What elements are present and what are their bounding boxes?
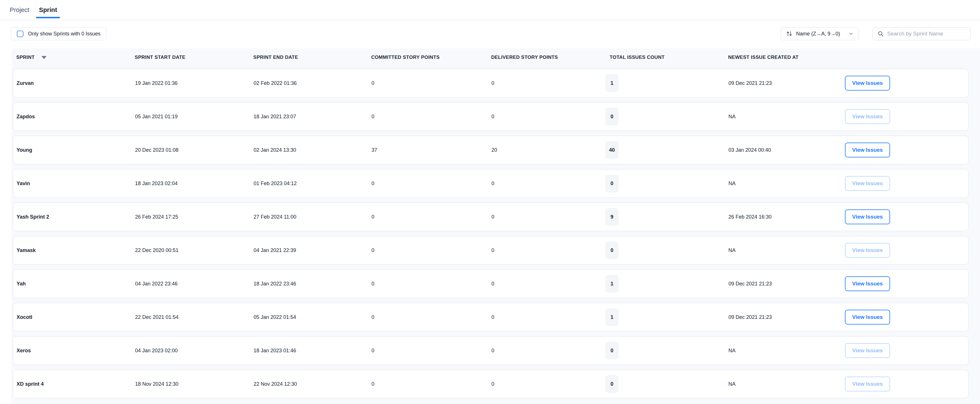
table-row: Zurvan 19 Jan 2022 01:36 02 Feb 2022 01:… bbox=[13, 69, 969, 97]
total-issues-badge: 9 bbox=[605, 208, 619, 226]
view-issues-button[interactable]: View Issues bbox=[845, 243, 890, 258]
committed-story-points: 0 bbox=[372, 314, 492, 320]
column-header-sprint-label: SPRINT bbox=[16, 54, 35, 60]
delivered-story-points: 0 bbox=[492, 314, 610, 320]
table-row: Xeros 04 Jan 2023 02:00 18 Jan 2023 01:4… bbox=[13, 336, 969, 365]
sprint-name: Zurvan bbox=[17, 80, 135, 86]
committed-story-points: 0 bbox=[372, 180, 492, 187]
delivered-story-points: 20 bbox=[492, 147, 610, 153]
sprint-name: Yah bbox=[17, 281, 135, 287]
view-issues-button[interactable]: View Issues bbox=[845, 176, 890, 191]
delivered-story-points: 0 bbox=[492, 348, 610, 354]
total-issues-cell: 1 bbox=[610, 308, 729, 326]
view-issues-button[interactable]: View Issues bbox=[845, 142, 890, 157]
newest-issue-created-at: NA bbox=[729, 114, 845, 120]
view-issues-button[interactable]: View Issues bbox=[845, 343, 890, 358]
delivered-story-points: 0 bbox=[492, 80, 610, 86]
sprint-name: XD sprint 4 bbox=[17, 381, 135, 387]
column-header-committed-points: COMMITTED STORY POINTS bbox=[371, 54, 491, 60]
tab-project[interactable]: Project bbox=[7, 6, 32, 20]
sprint-end-date: 01 Feb 2023 04:12 bbox=[254, 180, 372, 187]
table-body: Zurvan 19 Jan 2022 01:36 02 Feb 2022 01:… bbox=[11, 67, 980, 398]
newest-issue-created-at: NA bbox=[729, 381, 845, 387]
tab-sprint[interactable]: Sprint bbox=[36, 6, 60, 20]
search-input[interactable] bbox=[887, 30, 966, 37]
actions-cell: View Issues bbox=[845, 142, 968, 157]
view-issues-button[interactable]: View Issues bbox=[845, 76, 890, 91]
tab-bar: Project Sprint bbox=[0, 0, 980, 20]
total-issues-badge: 1 bbox=[605, 275, 619, 292]
committed-story-points: 0 bbox=[372, 80, 492, 86]
sprint-start-date: 18 Nov 2024 12:30 bbox=[135, 381, 254, 387]
sprint-end-date: 22 Nov 2024 12:30 bbox=[254, 381, 372, 387]
total-issues-badge: 0 bbox=[605, 342, 619, 359]
active-tab-underline bbox=[36, 17, 60, 18]
sprint-start-date: 04 Jan 2023 02:00 bbox=[135, 348, 254, 354]
total-issues-cell: 0 bbox=[610, 375, 729, 393]
newest-issue-created-at: 09 Dec 2021 21:23 bbox=[729, 80, 845, 86]
zero-issues-filter-label: Only show Sprints with 0 Issues bbox=[28, 31, 100, 37]
sprint-search bbox=[873, 27, 971, 40]
table-row: Young 20 Dec 2023 01:08 02 Jan 2024 13:3… bbox=[13, 136, 969, 164]
actions-cell: View Issues bbox=[845, 343, 968, 358]
sort-arrows-icon bbox=[786, 30, 792, 37]
sprint-name: Yash Sprint 2 bbox=[17, 214, 135, 220]
view-issues-button[interactable]: View Issues bbox=[845, 276, 890, 291]
sprint-name: Xeros bbox=[17, 348, 135, 354]
table-header: SPRINT SPRINT START DATE SPRINT END DATE… bbox=[11, 48, 980, 67]
newest-issue-created-at: NA bbox=[729, 248, 845, 254]
view-issues-button[interactable]: View Issues bbox=[845, 109, 890, 124]
sprint-end-date: 02 Feb 2022 01:36 bbox=[254, 80, 372, 86]
table-row: Xocotl 22 Dec 2021 01:54 05 Jan 2022 01:… bbox=[13, 303, 969, 331]
delivered-story-points: 0 bbox=[492, 281, 610, 287]
sprint-start-date: 18 Jan 2023 02:04 bbox=[135, 180, 254, 187]
total-issues-cell: 0 bbox=[610, 174, 729, 192]
view-issues-button[interactable]: View Issues bbox=[845, 377, 890, 391]
sprint-table-panel: SPRINT SPRINT START DATE SPRINT END DATE… bbox=[11, 48, 980, 404]
column-header-delivered-points: DELIVERED STORY POINTS bbox=[491, 54, 609, 60]
total-issues-badge: 0 bbox=[605, 241, 619, 259]
zero-issues-checkbox[interactable] bbox=[17, 30, 24, 37]
actions-cell: View Issues bbox=[845, 276, 968, 291]
view-issues-button[interactable]: View Issues bbox=[845, 310, 890, 324]
actions-cell: View Issues bbox=[845, 209, 968, 224]
zero-issues-filter[interactable]: Only show Sprints with 0 Issues bbox=[11, 27, 107, 40]
actions-cell: View Issues bbox=[845, 176, 968, 191]
actions-cell: View Issues bbox=[845, 76, 968, 91]
total-issues-badge: 0 bbox=[605, 375, 619, 393]
toolbar-right: Name (Z→A, 9→0) bbox=[781, 27, 971, 40]
total-issues-cell: 40 bbox=[610, 141, 729, 159]
total-issues-cell: 0 bbox=[610, 241, 729, 259]
newest-issue-created-at: NA bbox=[729, 180, 845, 187]
newest-issue-created-at: 09 Dec 2021 21:23 bbox=[729, 281, 845, 287]
actions-cell: View Issues bbox=[845, 243, 968, 258]
sprint-start-date: 19 Jan 2022 01:36 bbox=[135, 80, 254, 86]
delivered-story-points: 0 bbox=[492, 381, 610, 387]
delivered-story-points: 0 bbox=[492, 180, 610, 187]
sprint-start-date: 26 Feb 2024 17:25 bbox=[135, 214, 254, 220]
view-issues-button[interactable]: View Issues bbox=[845, 209, 890, 224]
sprint-start-date: 22 Dec 2021 01:54 bbox=[135, 314, 254, 320]
sprint-end-date: 04 Jan 2021 22:39 bbox=[254, 248, 372, 254]
sprint-end-date: 27 Feb 2024 11:00 bbox=[254, 214, 372, 220]
committed-story-points: 0 bbox=[372, 248, 492, 254]
column-header-newest-issue: NEWEST ISSUE CREATED AT bbox=[728, 54, 845, 60]
sprint-end-date: 18 Jan 2021 23:07 bbox=[254, 114, 372, 120]
sort-dropdown[interactable]: Name (Z→A, 9→0) bbox=[781, 27, 859, 40]
table-row: Yamask 22 Dec 2020 00:51 04 Jan 2021 22:… bbox=[13, 236, 969, 265]
table-row: Yash Sprint 2 26 Feb 2024 17:25 27 Feb 2… bbox=[13, 203, 969, 231]
total-issues-cell: 1 bbox=[610, 74, 729, 92]
committed-story-points: 37 bbox=[372, 147, 492, 153]
total-issues-cell: 9 bbox=[610, 208, 729, 226]
column-header-total-issues: TOTAL ISSUES COUNT bbox=[609, 54, 728, 60]
table-row: Yavin 18 Jan 2023 02:04 01 Feb 2023 04:1… bbox=[13, 169, 969, 198]
sprint-start-date: 05 Jan 2021 01:19 bbox=[135, 114, 254, 120]
column-header-sprint[interactable]: SPRINT bbox=[16, 54, 135, 60]
column-header-start-date: SPRINT START DATE bbox=[135, 54, 253, 60]
search-icon bbox=[878, 30, 884, 37]
delivered-story-points: 0 bbox=[492, 114, 610, 120]
total-issues-badge: 0 bbox=[605, 108, 619, 125]
table-row: XD sprint 4 18 Nov 2024 12:30 22 Nov 202… bbox=[13, 370, 969, 398]
committed-story-points: 0 bbox=[372, 214, 492, 220]
sort-direction-icon bbox=[41, 56, 46, 59]
